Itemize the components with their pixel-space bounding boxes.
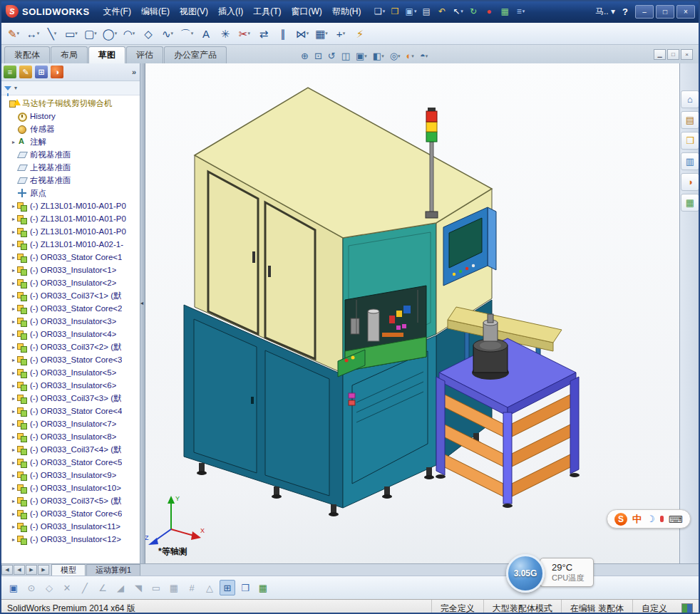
cpu-gauge[interactable]: 3.05G bbox=[506, 554, 545, 593]
doc-restore-icon[interactable]: □ bbox=[667, 49, 679, 60]
tree-item[interactable]: ▸ (-) OR033_Insulator<5> bbox=[0, 366, 140, 379]
tree-item[interactable]: ▸ (-) OR033_Insulator<7> bbox=[0, 417, 140, 430]
tree-item[interactable]: ▸ (-) OR033_Coil37<4> (默 bbox=[0, 443, 140, 456]
undo-icon[interactable]: ↶ bbox=[435, 4, 451, 19]
expand-arrow-icon[interactable]: ▸ bbox=[10, 344, 17, 350]
menu-insert[interactable]: 插入(I) bbox=[213, 4, 248, 19]
select-icon[interactable]: ↖ ▾ bbox=[451, 4, 466, 19]
list-icon[interactable]: ≡ ▾ bbox=[513, 4, 529, 19]
apply-scene-icon[interactable]: ◓ ▾ bbox=[418, 51, 430, 61]
tree-item[interactable]: ▸ (-) OR033_Insulator<4> bbox=[0, 328, 140, 340]
smart-dimension-icon[interactable]: ↔ ▾ bbox=[24, 24, 42, 43]
expand-arrow-icon[interactable]: ▸ bbox=[10, 331, 17, 338]
menu-edit[interactable]: 编辑(E) bbox=[136, 4, 175, 19]
expand-arrow-icon[interactable]: ▸ bbox=[10, 357, 17, 363]
expand-arrow-icon[interactable]: ▸ bbox=[10, 395, 17, 402]
offset-icon[interactable]: ∥ bbox=[274, 24, 292, 43]
menu-tools[interactable]: 工具(T) bbox=[248, 4, 286, 19]
expand-arrow-icon[interactable]: ▸ bbox=[10, 370, 17, 376]
tree-item[interactable]: ▸ (-) OR033_Coil37<2> (默 bbox=[0, 340, 140, 353]
move-icon[interactable]: + ▾ bbox=[331, 24, 350, 43]
print-icon[interactable]: ▤ bbox=[419, 4, 435, 19]
tree-item[interactable]: 上视基准面 bbox=[0, 161, 140, 174]
tree-item[interactable]: 原点 bbox=[0, 187, 140, 199]
polygon-snap-icon[interactable]: ◇ bbox=[41, 580, 57, 595]
expand-arrow-icon[interactable]: ▸ bbox=[10, 203, 17, 209]
previous-view-icon[interactable]: ↺ bbox=[326, 51, 338, 61]
rect-snap-icon[interactable]: ▭ bbox=[148, 580, 164, 595]
expand-arrow-icon[interactable]: ▸ bbox=[10, 485, 17, 491]
rectangle-icon[interactable]: ▭ ▾ bbox=[62, 24, 81, 43]
tab-scroll-first[interactable]: ◀ bbox=[1, 565, 13, 575]
tree-item[interactable]: ▸ (-) OR033_Coil37<5> (默 bbox=[0, 494, 140, 507]
expand-arrow-icon[interactable]: ▸ bbox=[10, 408, 17, 415]
tab-office-products[interactable]: 办公室产品 bbox=[164, 46, 227, 63]
taskpane-design-library-icon[interactable]: ▤ bbox=[681, 111, 699, 129]
tab-assembly[interactable]: 装配体 bbox=[4, 46, 50, 63]
expand-arrow-icon[interactable]: ▸ bbox=[10, 229, 17, 235]
tree-item[interactable]: ▸ (-) ZL13L01-M010-A01-P0 bbox=[0, 225, 140, 238]
tree-item[interactable]: ▸ (-) OR033_Insulator<9> bbox=[0, 469, 140, 482]
minimize-button[interactable]: – bbox=[635, 5, 654, 19]
triangle-snap-icon[interactable]: △ bbox=[202, 580, 217, 595]
tree-item[interactable]: ▸ (-) OR033_Insulator<6> bbox=[0, 379, 140, 392]
status-large-assembly-mode[interactable]: 大型装配体模式 bbox=[483, 600, 561, 614]
tree-item[interactable]: ▸ (-) OR033_Insulator<2> bbox=[0, 276, 140, 289]
tree-item[interactable]: ▸ (-) ZL13L01-M010-A02-1- bbox=[0, 238, 140, 251]
keyboard-icon[interactable]: ⌨ bbox=[669, 514, 683, 525]
expand-arrow-icon[interactable]: ▸ bbox=[10, 472, 17, 479]
tree-item[interactable]: ▸ (-) OR033_Coil37<1> (默 bbox=[0, 289, 140, 302]
edit-appearance-icon[interactable]: ◐ ▾ bbox=[404, 51, 416, 61]
tree-item[interactable]: ▸ (-) OR033_Insulator<11> bbox=[0, 520, 140, 533]
tree-item[interactable]: ▸ (-) OR033_Stator Core<4 bbox=[0, 405, 140, 417]
expand-arrow-icon[interactable]: ▸ bbox=[10, 421, 17, 427]
convert-entities-icon[interactable]: ⇄ bbox=[254, 24, 273, 43]
polygon-icon[interactable]: ◇ bbox=[139, 24, 158, 43]
expand-arrow-icon[interactable]: ▸ bbox=[10, 267, 17, 274]
tree-item[interactable]: ▸ (-) OR033_Insulator<10> bbox=[0, 482, 140, 494]
graphics-area[interactable]: Y X Z *等轴测 bbox=[145, 63, 679, 563]
tab-layout[interactable]: 布局 bbox=[51, 46, 88, 63]
zoom-area-icon[interactable]: ⊡ bbox=[312, 51, 324, 61]
sogou-logo-icon[interactable]: S bbox=[614, 513, 627, 526]
open-document-icon[interactable]: ❒ bbox=[388, 4, 403, 19]
panel-overflow-chevron[interactable]: » bbox=[132, 68, 136, 76]
maximize-button[interactable]: □ bbox=[656, 5, 674, 19]
fillet-icon[interactable]: ⌒ ▾ bbox=[177, 24, 196, 43]
tree-item[interactable]: ▸ (-) OR033_Insulator<12> bbox=[0, 533, 140, 546]
tree-item[interactable]: 右视基准面 bbox=[0, 174, 140, 187]
viewport-layout-icon[interactable]: ❒ bbox=[237, 580, 253, 595]
tree-item[interactable]: 传感器 bbox=[0, 123, 140, 135]
angle-snap-icon[interactable]: ∠ bbox=[95, 580, 110, 595]
circle-icon[interactable]: ◯ ▾ bbox=[101, 24, 119, 43]
expand-arrow-icon[interactable]: ▸ bbox=[10, 536, 17, 543]
expand-arrow-icon[interactable]: ▸ bbox=[10, 459, 17, 466]
tree-item[interactable]: ▸ (-) OR033_Coil37<3> (默 bbox=[0, 392, 140, 405]
hide-show-icon[interactable]: ◎ ▾ bbox=[388, 51, 403, 61]
feature-manager-tab-icon[interactable]: ≡ bbox=[4, 66, 16, 78]
expand-arrow-icon[interactable]: ▸ bbox=[10, 383, 17, 389]
taskpane-view-palette-icon[interactable]: ▥ bbox=[681, 152, 699, 170]
text-icon[interactable]: A bbox=[197, 24, 215, 43]
menu-file[interactable]: 文件(F) bbox=[98, 4, 136, 19]
tree-item[interactable]: ▸ (-) ZL13L01-M010-A01-P0 bbox=[0, 199, 140, 212]
tree-item[interactable]: ▸ 注解 bbox=[0, 135, 140, 148]
tree-item[interactable]: ▸ (-) OR033_Stator Core<3 bbox=[0, 353, 140, 366]
tangent-snap-icon[interactable]: ◢ bbox=[113, 580, 128, 595]
close-button[interactable]: × bbox=[676, 5, 695, 19]
expand-arrow-icon[interactable]: ▸ bbox=[10, 318, 17, 325]
grid-snap-icon[interactable]: ▦ bbox=[166, 580, 182, 595]
doc-close-icon[interactable]: × bbox=[681, 49, 693, 60]
taskpane-custom-properties-icon[interactable]: ▦ bbox=[681, 194, 699, 212]
expand-arrow-icon[interactable]: ▸ bbox=[10, 524, 17, 530]
status-options-icon[interactable] bbox=[681, 603, 693, 613]
sketch-settings-icon[interactable]: ▣ bbox=[6, 580, 21, 595]
view-orientation-icon[interactable]: ▣ ▾ bbox=[354, 51, 369, 61]
tab-evaluate[interactable]: 评估 bbox=[126, 46, 163, 63]
status-editing-assembly[interactable]: 在编辑 装配体 bbox=[561, 600, 632, 614]
tree-item[interactable]: ▸ (-) OR033_Stator Core<2 bbox=[0, 302, 140, 315]
table-icon[interactable]: ▦ bbox=[255, 580, 271, 595]
perpendicular-snap-icon[interactable]: ◥ bbox=[130, 580, 146, 595]
tree-item[interactable]: ▸ (-) OR033_Insulator<8> bbox=[0, 430, 140, 443]
expand-arrow-icon[interactable]: ▸ bbox=[10, 498, 17, 504]
